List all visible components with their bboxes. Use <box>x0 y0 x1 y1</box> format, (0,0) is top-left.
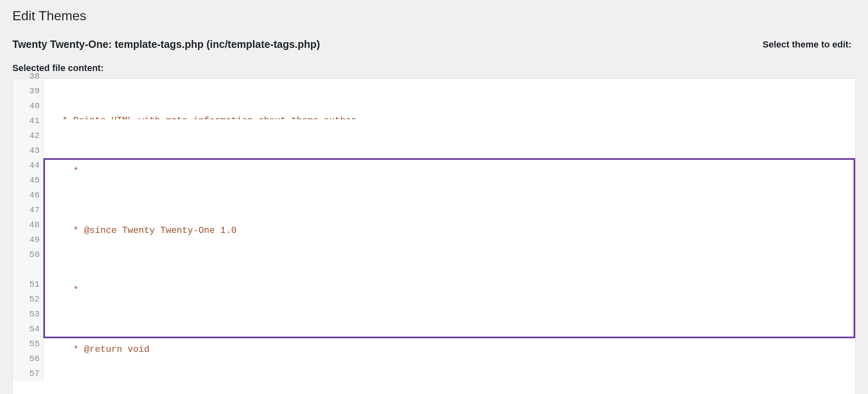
line-number: 49 <box>13 233 40 247</box>
line-number: 52 <box>13 292 40 307</box>
line-number: 39 <box>13 84 40 99</box>
code-line[interactable]: * <box>43 164 855 179</box>
theme-editor-page: Edit Themes Twenty Twenty-One: template-… <box>0 0 868 394</box>
code-content[interactable]: * Prints HTML with meta information abou… <box>43 79 855 394</box>
line-number: 53 <box>13 307 40 322</box>
code-editor[interactable]: 38 39 40 41 42 43 44 45 46 47 48 49 50 5… <box>12 78 856 394</box>
current-file-heading: Twenty Twenty-One: template-tags.php (in… <box>12 38 320 50</box>
line-number: 50 <box>13 247 40 262</box>
line-number: 56 <box>13 351 40 366</box>
line-number: 48 <box>13 218 40 233</box>
line-number: 47 <box>13 203 40 218</box>
line-number <box>13 262 40 277</box>
line-number: 55 <box>13 337 40 351</box>
function-highlight-box <box>43 158 855 338</box>
code-line[interactable]: * @return void <box>43 342 855 357</box>
page-title: Edit Themes <box>12 8 856 24</box>
line-number: 57 <box>13 366 40 381</box>
code-line-partial: * Prints HTML with meta information abou… <box>43 114 855 119</box>
code-line[interactable]: * <box>43 283 855 298</box>
selected-file-content-label: Selected file content: <box>12 63 856 74</box>
line-number: 40 <box>13 99 40 114</box>
code-line[interactable]: * @since Twenty Twenty-One 1.0 <box>43 223 855 238</box>
line-number: 41 <box>13 114 40 128</box>
line-number: 38 <box>13 69 40 84</box>
line-number: 42 <box>13 128 40 143</box>
line-number: 51 <box>13 277 40 292</box>
select-theme-label: Select theme to edit: <box>763 39 856 50</box>
file-header-bar: Twenty Twenty-One: template-tags.php (in… <box>12 38 856 50</box>
line-number: 46 <box>13 188 40 203</box>
line-number: 54 <box>13 322 40 337</box>
line-number-gutter: 38 39 40 41 42 43 44 45 46 47 48 49 50 5… <box>13 79 43 381</box>
line-number: 43 <box>13 143 40 158</box>
line-number: 45 <box>13 173 40 188</box>
line-number: 44 <box>13 158 40 173</box>
